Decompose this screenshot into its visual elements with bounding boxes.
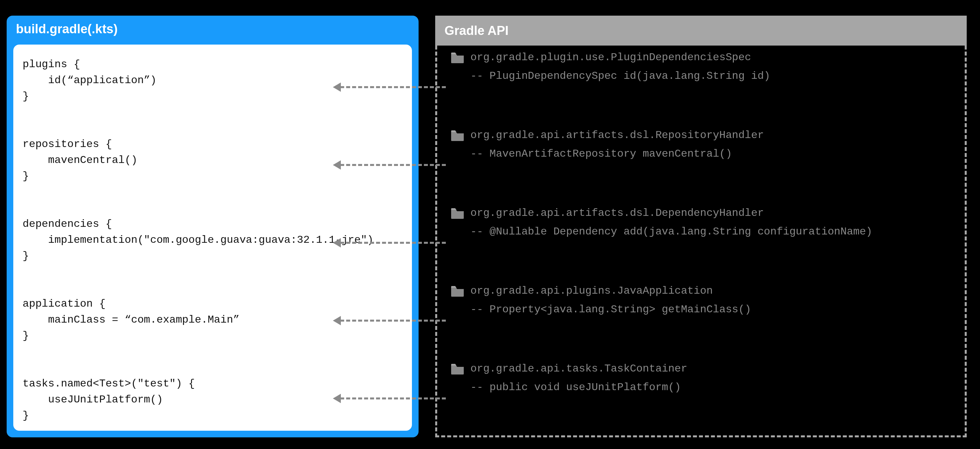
folder-icon	[450, 130, 465, 141]
api-class-line: org.gradle.api.tasks.TaskContainer	[450, 361, 687, 377]
arrow-head-icon	[333, 316, 341, 325]
api-entry-tasks: org.gradle.api.tasks.TaskContainer -- pu…	[450, 361, 687, 395]
folder-icon	[450, 285, 465, 297]
api-entry-plugins: org.gradle.plugin.use.PluginDependencies…	[450, 50, 770, 84]
api-signature: -- public void useJUnitPlatform()	[450, 379, 687, 395]
api-class-name: org.gradle.api.tasks.TaskContainer	[470, 361, 687, 377]
connector-tasks	[340, 398, 446, 399]
api-entry-dependencies: org.gradle.api.artifacts.dsl.DependencyH…	[450, 205, 872, 240]
connector-dependencies	[340, 242, 446, 244]
gradle-api-title: Gradle API	[444, 24, 509, 38]
build-file-title: build.gradle(.kts)	[6, 16, 418, 43]
build-file-panel: build.gradle(.kts) plugins { id(“applica…	[6, 16, 418, 437]
folder-icon	[450, 208, 465, 219]
diagram-canvas: build.gradle(.kts) plugins { id(“applica…	[0, 0, 980, 449]
api-entry-application: org.gradle.api.plugins.JavaApplication -…	[450, 283, 751, 318]
api-class-line: org.gradle.api.plugins.JavaApplication	[450, 283, 751, 299]
api-class-line: org.gradle.api.artifacts.dsl.RepositoryH…	[450, 127, 764, 143]
api-class-name: org.gradle.api.artifacts.dsl.DependencyH…	[470, 205, 764, 221]
arrow-head-icon	[333, 238, 341, 248]
api-signature: -- @Nullable Dependency add(java.lang.St…	[450, 224, 872, 240]
connector-application	[340, 320, 446, 322]
arrow-head-icon	[333, 394, 341, 403]
folder-icon	[450, 363, 465, 374]
build-file-code: plugins { id(“application”) } repositori…	[13, 45, 412, 431]
api-class-name: org.gradle.api.plugins.JavaApplication	[470, 283, 713, 299]
arrow-head-icon	[333, 83, 341, 92]
gradle-api-panel: Gradle API org.gradle.plugin.use.PluginD…	[435, 16, 967, 437]
api-class-name: org.gradle.api.artifacts.dsl.RepositoryH…	[470, 127, 764, 143]
gradle-api-body: org.gradle.plugin.use.PluginDependencies…	[435, 46, 967, 437]
api-entry-repositories: org.gradle.api.artifacts.dsl.RepositoryH…	[450, 127, 764, 162]
api-signature: -- Property<java.lang.String> getMainCla…	[450, 302, 751, 318]
api-signature: -- PluginDependencySpec id(java.lang.Str…	[450, 68, 770, 84]
api-class-line: org.gradle.plugin.use.PluginDependencies…	[450, 50, 770, 66]
gradle-api-title-bar: Gradle API	[435, 16, 967, 46]
connector-repositories	[340, 164, 446, 166]
api-class-line: org.gradle.api.artifacts.dsl.DependencyH…	[450, 205, 872, 221]
folder-icon	[450, 52, 465, 63]
connector-plugins	[340, 86, 446, 88]
api-signature: -- MavenArtifactRepository mavenCentral(…	[450, 146, 764, 162]
arrow-head-icon	[333, 160, 341, 169]
api-class-name: org.gradle.plugin.use.PluginDependencies…	[470, 50, 751, 66]
